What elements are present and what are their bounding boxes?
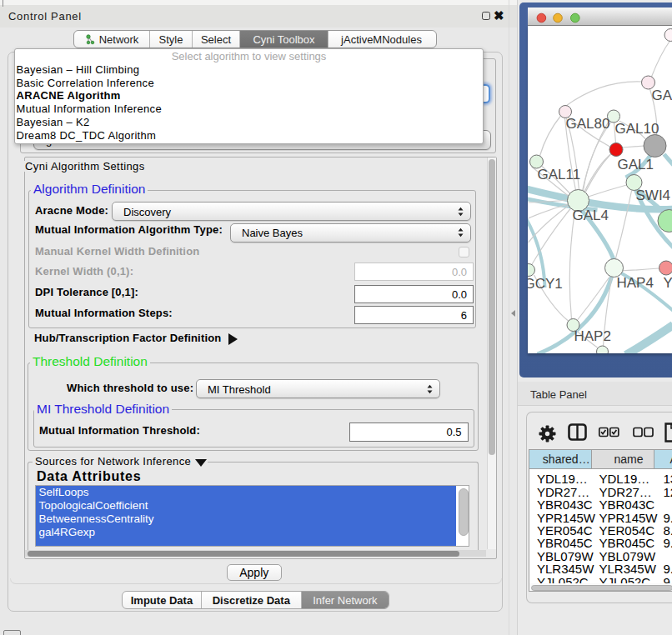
svg-text:GAL1: GAL1: [617, 157, 653, 172]
svg-text:HAP2: HAP2: [574, 328, 610, 344]
svg-text:GAL11: GAL11: [537, 167, 580, 182]
svg-text:GAL4: GAL4: [572, 208, 608, 223]
svg-text:Y: Y: [663, 275, 672, 291]
svg-text:SWI4: SWI4: [635, 188, 670, 203]
svg-text:HAP4: HAP4: [616, 275, 653, 291]
svg-text:GAL7: GAL7: [651, 88, 672, 103]
svg-text:GCY1: GCY1: [528, 276, 563, 292]
svg-text:GAL80: GAL80: [565, 116, 609, 132]
svg-text:GAL10: GAL10: [614, 121, 659, 137]
